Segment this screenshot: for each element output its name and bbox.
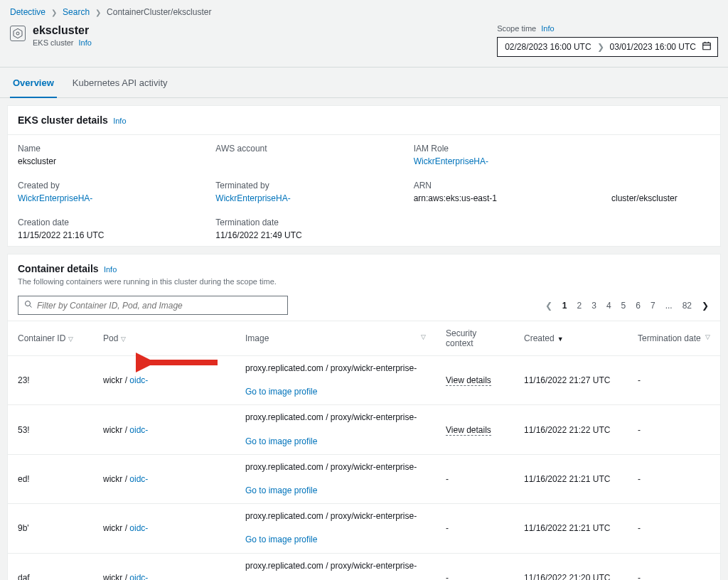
sort-icon: ▽ <box>121 335 126 343</box>
cell-container-id: 53! <box>8 405 93 454</box>
table-row: ed!wickr / oidc-proxy.replicated.com / p… <box>8 454 720 503</box>
page-next[interactable]: ❯ <box>700 299 710 312</box>
cell-container-id: ed! <box>8 454 93 503</box>
svg-marker-0 <box>14 28 22 38</box>
label-created-by: Created by <box>18 181 196 190</box>
image-path: proxy.replicated.com / proxy/wickr-enter… <box>245 511 417 521</box>
cell-security-context: View details <box>436 405 514 454</box>
view-details-link[interactable]: View details <box>446 425 491 436</box>
col-termination-date[interactable]: Termination date▽ <box>628 321 720 356</box>
sort-icon: ▽ <box>68 335 73 343</box>
col-image[interactable]: Image▽ <box>235 321 436 356</box>
cell-security-context: - <box>436 504 514 553</box>
view-details-link[interactable]: View details <box>446 375 491 386</box>
value-iam-role[interactable]: WickrEnterpriseHA- <box>414 156 488 166</box>
col-container-id[interactable]: Container ID▽ <box>8 321 93 356</box>
page-last[interactable]: 82 <box>681 299 693 312</box>
svg-rect-2 <box>703 43 711 49</box>
pod-link[interactable]: oidc- <box>129 474 148 484</box>
scope-label: Scope time <box>497 24 536 33</box>
image-path: proxy.replicated.com / proxy/wickr-enter… <box>245 462 417 472</box>
page-prev[interactable]: ❮ <box>544 299 554 312</box>
image-path: proxy.replicated.com / proxy/wickr-enter… <box>245 363 417 373</box>
panel-title: EKS cluster details <box>18 114 108 126</box>
go-to-image-profile-link[interactable]: Go to image profile <box>245 533 426 547</box>
cell-termination-date: - <box>628 553 720 580</box>
svg-point-6 <box>26 301 31 306</box>
filter-input[interactable] <box>37 301 282 311</box>
label-aws-account: AWS account <box>215 144 393 154</box>
col-pod[interactable]: Pod▽ <box>93 321 235 356</box>
pagination: ❮ 1 2 3 4 5 6 7 ... 82 ❯ <box>544 299 710 312</box>
cell-termination-date: - <box>628 504 720 553</box>
go-to-image-profile-link[interactable]: Go to image profile <box>245 484 426 498</box>
cell-security-context: - <box>436 454 514 503</box>
cell-created: 11/16/2022 21:21 UTC <box>514 504 628 553</box>
cell-pod: wickr / oidc- <box>93 356 235 405</box>
cell-security-context: View details <box>436 356 514 405</box>
page-title: ekscluster <box>33 24 92 37</box>
info-link[interactable]: Info <box>541 24 554 33</box>
table-row: 53!wickr / oidc-proxy.replicated.com / p… <box>8 405 720 454</box>
cell-container-id: daf <box>8 553 93 580</box>
page-7[interactable]: 7 <box>649 299 657 312</box>
cell-container-id: 23! <box>8 356 93 405</box>
svg-point-1 <box>16 32 19 35</box>
container-table: Container ID▽ Pod▽ Image▽ Security conte… <box>8 321 720 580</box>
pod-link[interactable]: oidc- <box>129 375 148 385</box>
pod-link[interactable]: oidc- <box>129 425 148 435</box>
chevron-right-icon: ❯ <box>597 42 604 52</box>
table-row: 9b'wickr / oidc-proxy.replicated.com / p… <box>8 504 720 553</box>
breadcrumb: Detective ❯ Search ❯ ContainerCluster/ek… <box>0 0 728 21</box>
breadcrumb-detective[interactable]: Detective <box>10 7 46 17</box>
label-arn: ARN <box>414 181 592 190</box>
calendar-icon <box>702 41 712 53</box>
page-4[interactable]: 4 <box>605 299 613 312</box>
go-to-image-profile-link[interactable]: Go to image profile <box>245 435 426 449</box>
table-row: 23!wickr / oidc-proxy.replicated.com / p… <box>8 356 720 405</box>
pod-link[interactable]: oidc- <box>129 523 148 533</box>
page-3[interactable]: 3 <box>590 299 598 312</box>
cell-termination-date: - <box>628 454 720 503</box>
page-1[interactable]: 1 <box>561 299 569 312</box>
info-link[interactable]: Info <box>113 117 126 125</box>
value-name: ekscluster <box>18 156 196 166</box>
sort-icon: ▽ <box>421 333 426 340</box>
cell-termination-date: - <box>628 405 720 454</box>
value-terminated-by[interactable]: WickrEnterpriseHA- <box>215 193 290 203</box>
scope-time-picker[interactable]: 02/28/2023 16:00 UTC ❯ 03/01/2023 16:00 … <box>497 37 718 57</box>
page-6[interactable]: 6 <box>634 299 642 312</box>
page-2[interactable]: 2 <box>576 299 584 312</box>
info-link[interactable]: Info <box>104 265 117 274</box>
cell-image: proxy.replicated.com / proxy/wickr-enter… <box>235 356 436 405</box>
tab-k8s-activity[interactable]: Kubernetes API activity <box>70 69 171 97</box>
tabs: Overview Kubernetes API activity <box>0 69 728 98</box>
cell-image: proxy.replicated.com / proxy/wickr-enter… <box>235 405 436 454</box>
annotation-arrow <box>136 352 221 375</box>
pod-namespace: wickr <box>103 425 122 435</box>
info-link[interactable]: Info <box>79 38 92 47</box>
cluster-icon <box>10 26 26 41</box>
breadcrumb-search[interactable]: Search <box>63 7 90 17</box>
cell-container-id: 9b' <box>8 504 93 553</box>
value-arn-tail: cluster/ekscluster <box>611 193 710 203</box>
value-arn: arn:aws:eks:us-east-1 <box>414 193 592 203</box>
page-5[interactable]: 5 <box>620 299 628 312</box>
filter-input-wrapper[interactable] <box>18 296 288 315</box>
col-created[interactable]: Created▼ <box>514 321 628 356</box>
value-created-by[interactable]: WickrEnterpriseHA- <box>18 193 92 203</box>
label-terminated-by: Terminated by <box>215 181 393 190</box>
go-to-image-profile-link[interactable]: Go to image profile <box>245 385 426 399</box>
cell-created: 11/16/2022 21:27 UTC <box>514 356 628 405</box>
chevron-right-icon: ❯ <box>95 9 101 16</box>
cell-created: 11/16/2022 21:22 UTC <box>514 405 628 454</box>
image-path: proxy.replicated.com / proxy/wickr-enter… <box>245 561 417 571</box>
cell-pod: wickr / oidc- <box>93 454 235 503</box>
label-iam-role: IAM Role <box>414 144 592 154</box>
label-termination-date: Termination date <box>215 218 393 227</box>
col-security-context[interactable]: Security context <box>436 321 514 356</box>
cell-termination-date: - <box>628 356 720 405</box>
tab-overview[interactable]: Overview <box>10 69 57 98</box>
pod-link[interactable]: oidc- <box>129 573 148 580</box>
scope-to: 03/01/2023 16:00 UTC <box>610 42 696 52</box>
